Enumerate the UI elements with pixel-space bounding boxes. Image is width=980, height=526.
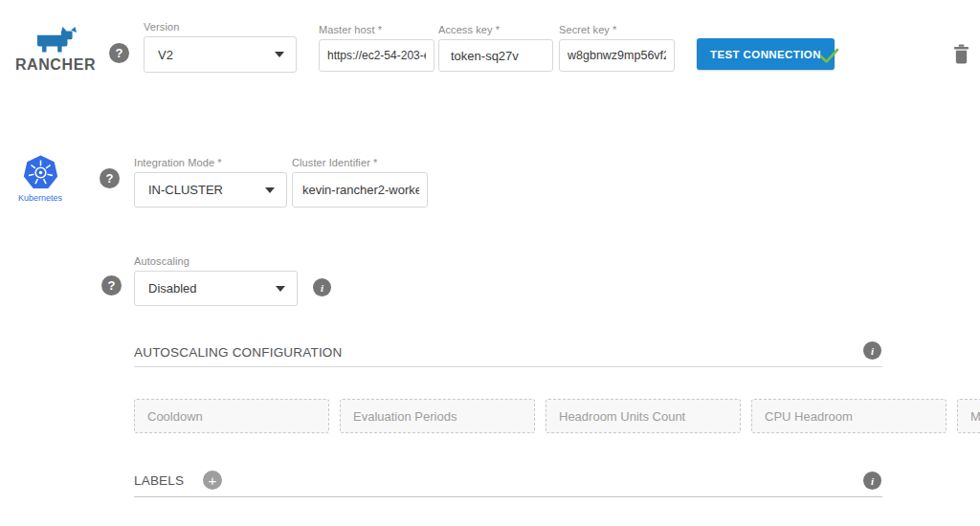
labels-title: LABELS	[134, 473, 184, 488]
cooldown-input	[134, 399, 329, 433]
kubernetes-help-icon[interactable]: ?	[100, 168, 120, 188]
success-check-icon	[816, 44, 841, 67]
secret-key-input[interactable]	[559, 39, 675, 72]
memory-headroom-input	[957, 399, 980, 433]
kubernetes-logo: Kubernetes	[17, 155, 63, 203]
secret-key-field: Secret key *	[559, 24, 675, 72]
integration-mode-field: Integration Mode * IN-CLUSTER	[134, 157, 287, 208]
access-key-field: Access key *	[438, 24, 553, 72]
autoscaling-label: Autoscaling	[134, 255, 298, 267]
section-divider	[134, 366, 882, 367]
autoscaling-help-icon[interactable]: ?	[101, 275, 122, 296]
version-label: Version	[144, 21, 297, 33]
rancher-logo: RANCHER	[11, 26, 100, 74]
cluster-identifier-label: Cluster Identifier *	[292, 157, 428, 168]
trash-icon	[953, 44, 969, 64]
version-select[interactable]: V2	[144, 36, 297, 73]
kubernetes-wheel-icon	[23, 155, 58, 190]
autoscaling-field: Autoscaling Disabled	[134, 255, 298, 306]
integration-mode-label: Integration Mode *	[134, 157, 287, 168]
master-host-input[interactable]	[319, 39, 434, 72]
version-value: V2	[158, 48, 173, 62]
delete-button[interactable]	[953, 44, 969, 68]
kubernetes-caption: Kubernetes	[18, 193, 62, 203]
autoscaling-configuration-title: AUTOSCALING CONFIGURATION	[134, 345, 343, 360]
rancher-bull-icon	[34, 26, 77, 55]
add-label-button[interactable]: +	[203, 471, 222, 490]
master-host-field: Master host *	[319, 24, 434, 72]
secret-key-label: Secret key *	[559, 24, 675, 35]
autoscaling-info-icon[interactable]: i	[313, 278, 331, 296]
access-key-label: Access key *	[438, 24, 553, 35]
cluster-identifier-input[interactable]	[292, 172, 428, 208]
autoscaling-configuration-fields	[134, 399, 877, 433]
chevron-down-icon	[275, 52, 284, 57]
integration-mode-select[interactable]: IN-CLUSTER	[134, 172, 287, 208]
rancher-help-icon[interactable]: ?	[109, 43, 129, 63]
version-field: Version V2	[144, 21, 297, 73]
section-divider	[134, 496, 882, 497]
cpu-headroom-input	[751, 399, 947, 433]
autoscaling-configuration-info-icon[interactable]: i	[863, 341, 881, 360]
master-host-label: Master host *	[319, 24, 434, 35]
chevron-down-icon	[265, 187, 275, 193]
integration-mode-value: IN-CLUSTER	[148, 183, 223, 197]
labels-info-icon[interactable]: i	[863, 471, 881, 490]
evaluation-periods-input	[340, 399, 535, 433]
chevron-down-icon	[276, 286, 285, 292]
autoscaling-select[interactable]: Disabled	[134, 271, 298, 306]
autoscaling-value: Disabled	[148, 281, 197, 296]
test-connection-button[interactable]: TEST CONNECTION	[697, 38, 835, 70]
headroom-units-count-input	[546, 399, 741, 433]
access-key-input[interactable]	[438, 39, 553, 72]
rancher-wordmark: RANCHER	[15, 56, 96, 74]
cluster-identifier-field: Cluster Identifier *	[292, 157, 428, 208]
